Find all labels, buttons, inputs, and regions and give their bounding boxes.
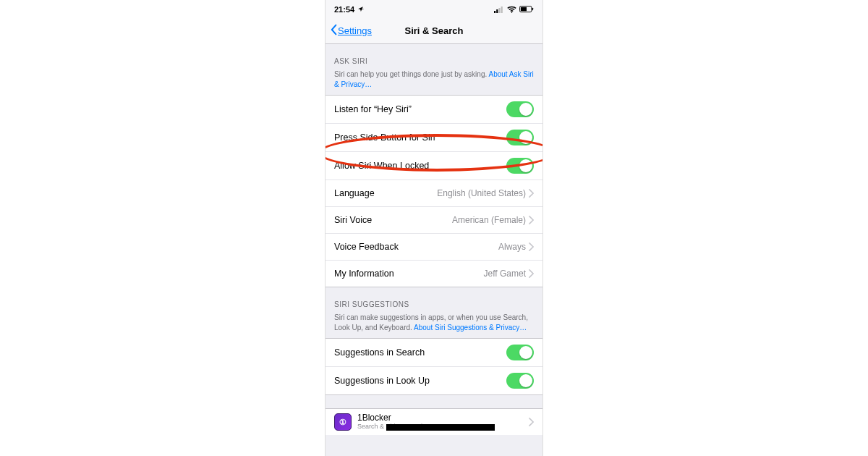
chevron-right-icon bbox=[529, 216, 534, 224]
phone-frame: 21:54 bbox=[325, 0, 543, 456]
row-label: Listen for “Hey Siri” bbox=[334, 104, 412, 114]
group-suggestions: Suggestions in Search Suggestions in Loo… bbox=[326, 338, 542, 395]
group-ask-siri: Listen for “Hey Siri” Press Side Button … bbox=[326, 95, 542, 287]
row-label: Press Side Button for Siri bbox=[334, 132, 435, 143]
chevron-left-icon bbox=[330, 24, 338, 38]
section-header-suggestions: SIRI SUGGESTIONS bbox=[326, 287, 542, 311]
section-header-ask-siri: ASK SIRI bbox=[326, 44, 542, 68]
row-my-information[interactable]: My Information Jeff Gamet bbox=[326, 260, 542, 287]
svg-rect-7 bbox=[532, 8, 533, 11]
redaction-bar bbox=[386, 424, 495, 431]
svg-rect-0 bbox=[494, 11, 495, 13]
app-icon-1blocker: ① bbox=[334, 413, 352, 431]
section-footer-ask-siri: Siri can help you get things done just b… bbox=[326, 68, 542, 95]
row-suggestions-search[interactable]: Suggestions in Search bbox=[326, 339, 542, 366]
nav-bar: Settings Siri & Search bbox=[326, 17, 542, 44]
battery-icon bbox=[519, 6, 534, 13]
row-value: Always bbox=[498, 242, 526, 252]
row-siri-voice[interactable]: Siri Voice American (Female) bbox=[326, 206, 542, 233]
wifi-icon bbox=[507, 6, 516, 13]
svg-rect-2 bbox=[498, 8, 500, 13]
toggle-suggestions-search[interactable] bbox=[506, 345, 534, 360]
page-title: Siri & Search bbox=[405, 25, 464, 36]
chevron-right-icon bbox=[529, 189, 534, 198]
section-footer-suggestions: Siri can make suggestions in apps, or wh… bbox=[326, 311, 542, 338]
status-time: 21:54 bbox=[334, 5, 354, 14]
back-button[interactable]: Settings bbox=[330, 24, 372, 38]
row-label: Language bbox=[334, 188, 375, 198]
row-value: American (Female) bbox=[452, 215, 526, 225]
location-icon bbox=[357, 5, 364, 14]
status-bar: 21:54 bbox=[326, 0, 542, 17]
row-label: Siri Voice bbox=[334, 215, 372, 225]
app-subtitle: Search & Siri Suggestions bbox=[357, 423, 529, 431]
about-suggestions-link[interactable]: About Siri Suggestions & Privacy… bbox=[414, 324, 527, 332]
toggle-listen-hey-siri[interactable] bbox=[506, 101, 534, 117]
row-label: My Information bbox=[334, 269, 394, 279]
back-label: Settings bbox=[338, 25, 372, 36]
chevron-right-icon bbox=[529, 418, 534, 426]
toggle-suggestions-lookup[interactable] bbox=[506, 373, 534, 389]
row-app-1blocker[interactable]: ① 1Blocker Search & Siri Suggestions bbox=[326, 408, 542, 435]
row-label: Suggestions in Look Up bbox=[334, 376, 430, 386]
row-voice-feedback[interactable]: Voice Feedback Always bbox=[326, 233, 542, 260]
row-press-side-button[interactable]: Press Side Button for Siri bbox=[326, 123, 542, 151]
svg-rect-1 bbox=[496, 9, 498, 13]
row-suggestions-lookup[interactable]: Suggestions in Look Up bbox=[326, 366, 542, 394]
svg-rect-3 bbox=[501, 7, 503, 13]
svg-point-4 bbox=[511, 12, 513, 13]
toggle-allow-when-locked[interactable] bbox=[506, 158, 534, 174]
row-allow-when-locked[interactable]: Allow Siri When Locked bbox=[326, 151, 542, 180]
chevron-right-icon bbox=[529, 242, 534, 251]
cellular-icon bbox=[494, 6, 504, 13]
svg-rect-6 bbox=[521, 7, 527, 11]
row-label: Voice Feedback bbox=[334, 242, 399, 252]
toggle-press-side-button[interactable] bbox=[506, 130, 534, 145]
row-value: Jeff Gamet bbox=[484, 269, 526, 279]
row-value: English (United States) bbox=[437, 188, 526, 198]
row-language[interactable]: Language English (United States) bbox=[326, 180, 542, 206]
row-label: Allow Siri When Locked bbox=[334, 161, 429, 171]
chevron-right-icon bbox=[529, 269, 534, 278]
row-listen-hey-siri[interactable]: Listen for “Hey Siri” bbox=[326, 96, 542, 123]
row-label: Suggestions in Search bbox=[334, 347, 425, 358]
